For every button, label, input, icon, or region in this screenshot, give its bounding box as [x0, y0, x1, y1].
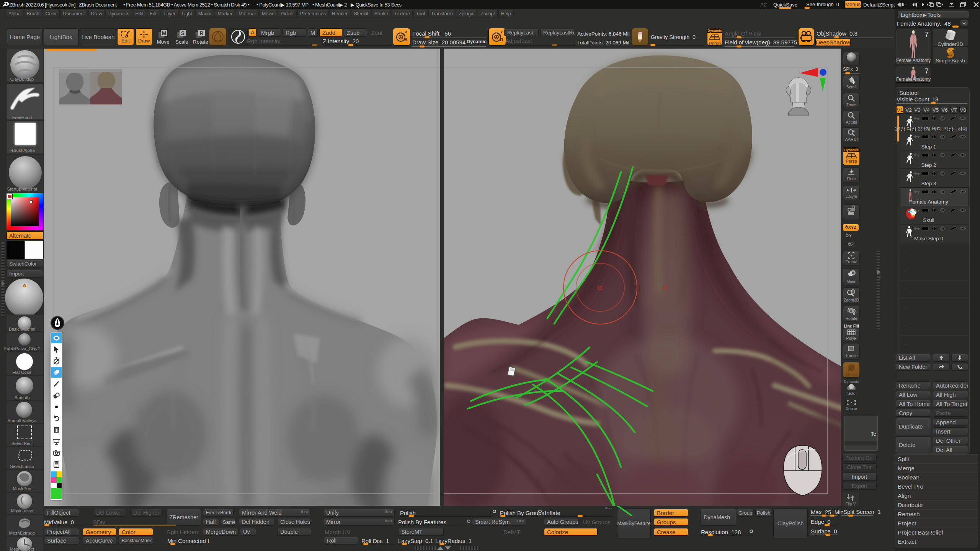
svg-text:S: S: [404, 37, 408, 42]
svg-text:R: R: [199, 30, 203, 36]
svg-text:M: M: [162, 30, 167, 36]
svg-text:x1: x1: [852, 114, 855, 116]
svg-text:D: D: [500, 37, 503, 42]
svg-text:S: S: [181, 30, 185, 36]
